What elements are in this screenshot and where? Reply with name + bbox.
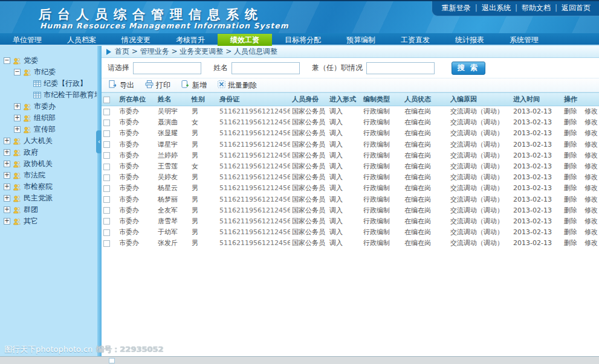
tree-node-0[interactable]: −党委 <box>0 56 97 66</box>
menu-item-5[interactable]: 目标将分配 <box>272 34 334 46</box>
delete-link[interactable]: 删除 <box>564 152 577 159</box>
plus-toggle-icon[interactable]: + <box>14 115 21 121</box>
tree-node-6[interactable]: +宣传部 <box>0 124 97 135</box>
menu-item-4-active[interactable]: 绩效工资 <box>218 34 272 46</box>
plus-toggle-icon[interactable]: + <box>14 103 21 110</box>
tree-node-11[interactable]: +市检察院 <box>0 182 97 192</box>
delete-link[interactable]: 删除 <box>564 196 577 203</box>
add-button[interactable]: 新增 <box>181 80 207 91</box>
cell-id: 511621195612124567 <box>218 117 290 128</box>
menu-item-9[interactable]: 系统管理 <box>497 34 551 46</box>
relogin-link[interactable]: 重新登录 <box>442 4 471 12</box>
cell-reason: 交流调动（调动） <box>448 216 511 226</box>
help-doc-link[interactable]: 帮助文档 <box>522 4 551 12</box>
edit-link[interactable]: 修改 <box>584 152 598 159</box>
delete-link[interactable]: 删除 <box>564 217 577 225</box>
row-checkbox[interactable] <box>103 109 110 115</box>
delete-link[interactable]: 删除 <box>564 173 577 181</box>
tree-node-3[interactable]: 市纪检干部教育培训中心 <box>0 90 97 100</box>
name-filter-input[interactable] <box>232 62 300 74</box>
plus-toggle-icon[interactable]: + <box>4 138 10 144</box>
export-button[interactable]: 导出 <box>109 80 134 91</box>
edit-link[interactable]: 修改 <box>584 118 598 126</box>
search-button[interactable]: 搜 索 <box>452 62 485 75</box>
row-checkbox-cell <box>102 216 117 226</box>
menu-item-8[interactable]: 统计报表 <box>442 34 497 46</box>
minus-toggle-icon[interactable]: − <box>14 69 21 75</box>
row-checkbox[interactable] <box>103 141 110 148</box>
tree-node-4[interactable]: +市委办 <box>0 101 97 112</box>
menu-item-0[interactable]: 单位管理 <box>0 34 54 46</box>
delete-link[interactable]: 删除 <box>564 239 577 247</box>
delete-link[interactable]: 删除 <box>564 118 577 126</box>
row-checkbox[interactable] <box>103 164 110 170</box>
tree-node-13[interactable]: +群团 <box>0 205 97 215</box>
plus-toggle-icon[interactable]: + <box>4 172 10 179</box>
menu-item-1[interactable]: 人员档案 <box>54 34 109 46</box>
row-checkbox[interactable] <box>103 240 110 247</box>
delete-link[interactable]: 删除 <box>564 107 577 115</box>
edit-link[interactable]: 修改 <box>584 196 598 203</box>
edit-link[interactable]: 修改 <box>584 162 598 170</box>
delete-link[interactable]: 删除 <box>564 129 577 137</box>
edit-link[interactable]: 修改 <box>584 239 598 247</box>
row-checkbox[interactable] <box>103 130 110 137</box>
print-button[interactable]: 打印 <box>145 80 170 91</box>
menu-item-7[interactable]: 工资直发 <box>388 34 442 46</box>
delete-link[interactable]: 删除 <box>564 162 577 170</box>
batch-delete-button[interactable]: 批量删除 <box>218 80 257 91</box>
select-all-checkbox[interactable] <box>103 97 110 103</box>
row-checkbox[interactable] <box>103 174 110 181</box>
row-checkbox[interactable] <box>103 120 110 126</box>
tree-node-2[interactable]: 纪委【行政】 <box>0 78 97 89</box>
cell-gender: 男 <box>190 194 218 205</box>
tree-node-5[interactable]: +组织部 <box>0 113 97 123</box>
select-filter-input[interactable] <box>133 62 201 74</box>
edit-link[interactable]: 修改 <box>584 173 598 181</box>
plus-toggle-icon[interactable]: + <box>4 218 10 225</box>
tree-node-14[interactable]: +其它 <box>0 216 97 226</box>
delete-link[interactable]: 删除 <box>564 206 577 214</box>
tree-node-7[interactable]: +人大机关 <box>0 136 97 146</box>
plus-toggle-icon[interactable]: + <box>4 184 10 190</box>
delete-link[interactable]: 删除 <box>564 228 577 236</box>
export-icon <box>109 80 117 90</box>
pagination-checkbox-remnant[interactable] <box>109 358 115 363</box>
tree-node-8[interactable]: +政府 <box>0 147 97 158</box>
row-checkbox[interactable] <box>103 218 110 225</box>
logout-link[interactable]: 退出系统 <box>482 4 511 12</box>
edit-link[interactable]: 修改 <box>584 129 598 137</box>
job-filter-input[interactable] <box>366 62 435 74</box>
row-checkbox[interactable] <box>103 207 110 214</box>
tree-node-10[interactable]: +市法院 <box>0 170 97 180</box>
plus-toggle-icon[interactable]: + <box>14 126 21 133</box>
cell-reason: 交流调动（调动） <box>448 172 511 183</box>
plus-toggle-icon[interactable]: + <box>4 206 10 213</box>
row-checkbox[interactable] <box>103 196 110 203</box>
menu-item-2[interactable]: 情况变更 <box>109 34 163 46</box>
row-checkbox-cell <box>102 194 117 205</box>
edit-link[interactable]: 修改 <box>584 184 598 192</box>
row-checkbox[interactable] <box>103 185 110 192</box>
tree-node-9[interactable]: +政协机关 <box>0 159 97 169</box>
row-checkbox[interactable] <box>103 152 110 159</box>
delete-link[interactable]: 删除 <box>564 184 577 192</box>
tree-node-1[interactable]: −市纪委 <box>0 67 97 77</box>
app-window: 后台人员综合管理信息系统 Human Resources Management … <box>0 0 599 364</box>
edit-link[interactable]: 修改 <box>584 217 598 225</box>
edit-link[interactable]: 修改 <box>584 206 598 214</box>
tree-node-12[interactable]: +民主党派 <box>0 193 97 203</box>
tree-node-label: 市纪委 <box>34 67 56 77</box>
minus-toggle-icon[interactable]: − <box>4 57 10 64</box>
row-checkbox[interactable] <box>103 229 110 236</box>
edit-link[interactable]: 修改 <box>584 228 598 236</box>
delete-link[interactable]: 删除 <box>564 141 577 148</box>
plus-toggle-icon[interactable]: + <box>4 161 10 167</box>
edit-link[interactable]: 修改 <box>584 141 598 148</box>
back-home-link[interactable]: 返回首页 <box>562 4 591 12</box>
plus-toggle-icon[interactable]: + <box>4 149 10 156</box>
menu-item-6[interactable]: 预算编制 <box>334 34 388 46</box>
menu-item-3[interactable]: 考核晋升 <box>163 34 218 46</box>
plus-toggle-icon[interactable]: + <box>4 195 10 202</box>
edit-link[interactable]: 修改 <box>584 107 598 115</box>
